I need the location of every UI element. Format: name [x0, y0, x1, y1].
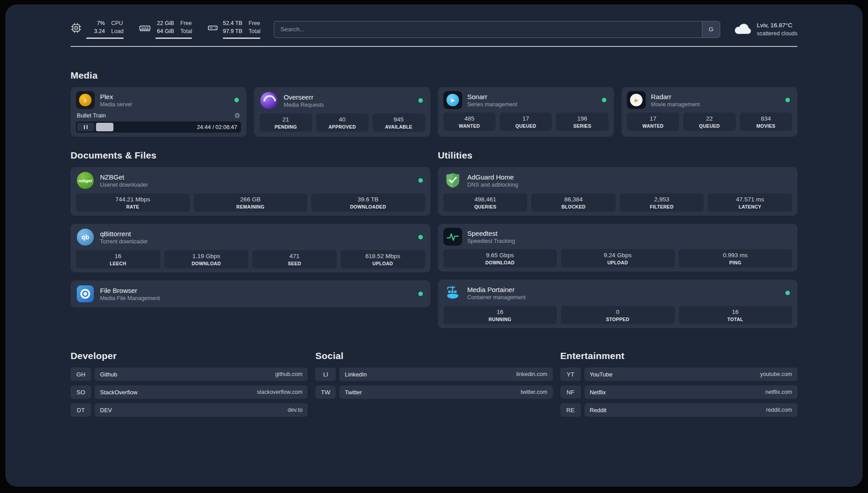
stat-label: DOWNLOAD: [166, 261, 247, 266]
stat-label: FILTERED: [622, 204, 702, 209]
service-name: Overseerr: [284, 93, 324, 101]
bookmark-link[interactable]: Twitter twitter.com: [339, 385, 552, 399]
bookmark-url: reddit.com: [766, 407, 792, 413]
bookmark-name: YouTube: [590, 371, 613, 378]
stat-box: 196 SERIES: [556, 113, 608, 131]
bookmark-name: Github: [100, 371, 117, 378]
service-name: AdGuard Home: [467, 173, 518, 181]
disk-icon: [207, 20, 218, 33]
stat-label: RUNNING: [445, 317, 555, 322]
stat-label: BLOCKED: [533, 204, 614, 209]
plex-icon: ›: [76, 91, 95, 109]
stat-box: 834 MOVIES: [740, 113, 792, 131]
stat-value: 22: [685, 115, 734, 122]
cpu-bar: [86, 38, 124, 39]
stat-value: 0: [563, 309, 673, 315]
resources-widget: 7% 3.24 CPU Load: [71, 20, 260, 39]
stat-box: 471 SEED: [252, 250, 337, 268]
service-name: Media Portainer: [467, 286, 526, 293]
bookmark-link[interactable]: Netflix netflix.com: [584, 385, 797, 399]
service-card-sonarr[interactable]: ▶ Sonarr Series management 485 WANTED 17…: [438, 87, 614, 137]
bookmark-url: dev.to: [288, 407, 302, 413]
service-card-speedtest[interactable]: Speedtest Speedtest Tracking 9.65 Gbps D…: [438, 224, 798, 272]
portainer-icon: [443, 284, 462, 302]
topbar: 7% 3.24 CPU Load: [71, 20, 797, 39]
section-title-social: Social: [315, 351, 552, 361]
memory-bar: [155, 38, 192, 39]
stat-label: AVAILABLE: [374, 124, 423, 130]
pause-button[interactable]: [77, 123, 94, 131]
status-dot: [418, 98, 423, 103]
stat-label: SEED: [254, 261, 335, 266]
memory-total-label: Total: [180, 28, 192, 36]
stat-label: STOPPED: [563, 317, 673, 322]
bookmark-name: LinkedIn: [345, 371, 367, 378]
stat-box: 16 LEECH: [76, 250, 160, 268]
bookmark-netflix[interactable]: NF Netflix netflix.com: [560, 385, 797, 399]
stat-box: 0.993 ms PING: [679, 249, 793, 267]
stat-label: SERIES: [558, 123, 606, 129]
search-provider-button[interactable]: G: [702, 21, 720, 38]
bookmark-reddit[interactable]: RE Reddit reddit.com: [560, 403, 797, 417]
service-card-radarr[interactable]: ▶ Radarr Movie management 17 WANTED 22 Q…: [622, 87, 797, 137]
service-card-qbittorrent[interactable]: qb qBittorrent Torrent downloader 16 LEE…: [71, 224, 430, 272]
stat-value: 2,953: [622, 196, 702, 203]
search-bar: G: [274, 21, 720, 38]
bookmark-abbr: SO: [71, 385, 91, 399]
stat-label: PENDING: [261, 124, 310, 130]
service-subtitle: Container management: [467, 294, 526, 301]
bookmark-link[interactable]: Github github.com: [95, 368, 308, 381]
service-card-portainer[interactable]: Media Portainer Container management 16 …: [438, 280, 798, 328]
status-dot: [418, 292, 423, 296]
service-card-plex[interactable]: › Plex Media server Bullet Train ⚙ 24:44…: [71, 87, 246, 137]
dashboard: 7% 3.24 CPU Load: [5, 4, 863, 487]
bookmark-github[interactable]: GH Github github.com: [71, 368, 308, 381]
bookmark-youtube[interactable]: YT YouTube youtube.com: [560, 368, 797, 381]
service-card-overseerr[interactable]: Overseerr Media Requests 21 PENDING 40 A…: [254, 87, 430, 137]
stat-value: 471: [254, 253, 335, 259]
bookmark-abbr: LI: [315, 368, 336, 381]
stat-box: 9.65 Gbps DOWNLOAD: [443, 249, 557, 267]
cpu-load-value: 3.24: [94, 28, 105, 36]
service-card-filebrowser[interactable]: File Browser Media File Management: [71, 280, 430, 307]
cpu-label: CPU: [111, 20, 124, 28]
section-title-media: Media: [71, 70, 797, 81]
bookmark-link[interactable]: DEV dev.to: [95, 403, 308, 417]
bookmark-link[interactable]: StackOverflow stackoverflow.com: [95, 385, 308, 399]
service-card-adguard[interactable]: AdGuard Home DNS and adblocking 498,461 …: [438, 167, 798, 216]
stat-box: 21 PENDING: [259, 113, 312, 132]
bookmark-linkedin[interactable]: LI LinkedIn linkedin.com: [315, 368, 552, 381]
bookmark-link[interactable]: Reddit reddit.com: [584, 403, 797, 417]
bookmark-name: Twitter: [345, 389, 362, 396]
media-player-bar: 24:44 / 02:06:47: [76, 121, 241, 133]
service-name: File Browser: [100, 287, 160, 294]
stat-value: 9.65 Gbps: [445, 252, 555, 259]
memory-total-value: 64 GiB: [157, 28, 174, 36]
bookmark-link[interactable]: LinkedIn linkedin.com: [339, 368, 552, 381]
status-dot: [785, 98, 790, 102]
stat-box: 498,461 QUERIES: [443, 193, 528, 212]
service-subtitle: Torrent downloader: [100, 238, 148, 245]
search-input[interactable]: [274, 21, 702, 38]
disk-free-label: Free: [249, 20, 260, 28]
seek-track[interactable]: [96, 123, 193, 131]
stat-box: 2,953 FILTERED: [620, 193, 704, 212]
service-name: Sonarr: [467, 93, 517, 100]
stat-value: 9.24 Gbps: [563, 252, 673, 259]
stat-label: LATENCY: [709, 204, 790, 209]
bookmark-dev[interactable]: DT DEV dev.to: [71, 403, 308, 417]
service-card-nzbget[interactable]: nzbget NZBGet Usenet downloader 744.21 M…: [71, 167, 430, 216]
bookmark-name: DEV: [100, 407, 112, 414]
bookmark-abbr: DT: [71, 403, 91, 417]
stat-value: 945: [374, 116, 423, 123]
bookmark-name: Netflix: [590, 389, 606, 396]
stat-box: 945 AVAILABLE: [372, 113, 425, 132]
memory-icon: [139, 20, 151, 34]
bookmark-twitter[interactable]: TW Twitter twitter.com: [315, 385, 552, 399]
bookmark-link[interactable]: YouTube youtube.com: [584, 368, 797, 381]
filebrowser-icon: [76, 284, 95, 303]
section-entertainment: Entertainment YT YouTube youtube.com NF …: [560, 351, 797, 417]
gear-icon[interactable]: ⚙: [234, 112, 240, 119]
stat-label: QUEUED: [501, 123, 550, 129]
bookmark-stackoverflow[interactable]: SO StackOverflow stackoverflow.com: [71, 385, 308, 399]
